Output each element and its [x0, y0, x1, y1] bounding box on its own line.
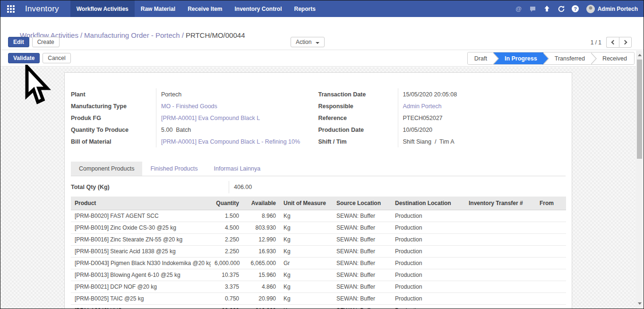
table-row[interactable]: [PRM-B0013] Blowing Agent 6-10 @25 kg 10…: [71, 269, 566, 281]
cell-inventory-transfer: [465, 246, 536, 258]
tab-informasi-lainnya[interactable]: Informasi Lainnya: [206, 162, 269, 176]
cell-source-location: SEWAN: Buffer: [333, 269, 391, 281]
help-icon[interactable]: ?: [568, 0, 583, 17]
table-row[interactable]: [PRM-B0020] FAST AGENT SCC 1.500 8.960 K…: [71, 210, 566, 222]
table-row[interactable]: [PRM-A0049] XUS 93.200 210.200 Kg SEWAN:…: [71, 305, 566, 309]
manufacturing-order-form: Plant Portech Manufacturing Type MO - Fi…: [64, 72, 572, 309]
cell-destination-location: Production: [391, 222, 465, 234]
status-step-transferred[interactable]: Transferred: [543, 52, 591, 64]
previous-page-button[interactable]: [606, 37, 619, 48]
cell-destination-location: Production: [391, 305, 465, 309]
field-value-production-date: 10/05/2020: [398, 124, 566, 136]
table-row[interactable]: [PRM-B0016] Zinc Stearate ZN-55 @20 kg 2…: [71, 234, 566, 246]
cell-from: [536, 293, 566, 305]
cell-destination-location: Production: [391, 281, 465, 293]
menu-raw-material[interactable]: Raw Material: [135, 0, 181, 17]
breadcrumb-current-record: PRTCH/MO/00044: [186, 31, 245, 39]
apps-grid-icon[interactable]: [0, 0, 21, 17]
menu-receive-item[interactable]: Receive Item: [181, 0, 228, 17]
cell-available: 6,065.000: [243, 258, 280, 269]
status-step-draft[interactable]: Draft: [468, 52, 493, 64]
field-value-manufacturing-type[interactable]: MO - Finished Goods: [156, 100, 308, 112]
up-arrow-icon[interactable]: [540, 0, 554, 17]
field-label-produk-fg: Produk FG: [71, 112, 156, 124]
tab-component-products[interactable]: Component Products: [71, 162, 142, 176]
cell-product: [PRM-D0043] Pigmen Black N330 Indokemika…: [71, 258, 211, 269]
next-page-button[interactable]: [619, 37, 632, 48]
breadcrumb-manufacturing-order[interactable]: Manufacturing Order - Portech: [84, 31, 180, 39]
cell-available: 15.960: [243, 269, 280, 281]
cell-inventory-transfer: [465, 293, 536, 305]
chat-icon[interactable]: [526, 0, 540, 17]
pager: 1 / 1: [591, 37, 632, 48]
total-qty-value: 406.00: [229, 181, 566, 193]
column-header-product[interactable]: Product: [71, 197, 211, 210]
table-row[interactable]: [PRM-B0021] DCP NOF @20 kg 3.375 4.860 K…: [71, 281, 566, 293]
column-header-inventory-transfer[interactable]: Inventory Transfer #: [465, 197, 536, 210]
avatar[interactable]: [586, 5, 595, 13]
column-header-unit-of-measure[interactable]: Unit of Measure: [280, 197, 333, 210]
field-label-manufacturing-type: Manufacturing Type: [71, 100, 156, 112]
cell-product: [PRM-B0025] TAIC @25 kg: [71, 293, 211, 305]
cell-inventory-transfer: [465, 222, 536, 234]
cell-destination-location: Production: [391, 246, 465, 258]
column-header-source-location[interactable]: Source Location: [333, 197, 391, 210]
edit-button[interactable]: Edit: [8, 37, 29, 47]
table-row[interactable]: [PRM-D0043] Pigmen Black N330 Indokemika…: [71, 258, 566, 269]
total-qty-row: Total Qty (Kg) 406.00: [71, 181, 566, 193]
field-value-responsible[interactable]: Admin Portech: [398, 100, 566, 112]
cell-unit-of-measure: Kg: [280, 210, 333, 222]
cell-inventory-transfer: [465, 258, 536, 269]
user-name[interactable]: Admin Portech: [598, 6, 638, 12]
column-header-from[interactable]: From: [536, 197, 566, 210]
cell-product: [PRM-B0019] Zinc Oxide CS-30 @25 kg: [71, 222, 211, 234]
refresh-icon[interactable]: [554, 0, 568, 17]
validate-button[interactable]: Validate: [8, 53, 40, 63]
caret-down-icon: [316, 42, 319, 44]
cell-from: [536, 210, 566, 222]
field-value-produk-fg[interactable]: [PRM-A0001] Eva Compound Black L: [156, 112, 308, 124]
scrollbar-thumb[interactable]: [637, 60, 642, 159]
table-header-row: Product Quantity Available Unit of Measu…: [71, 197, 566, 210]
column-header-quantity[interactable]: Quantity: [211, 197, 243, 210]
column-header-available[interactable]: Available: [243, 197, 280, 210]
table-row[interactable]: [PRM-B0019] Zinc Oxide CS-30 @25 kg 4.50…: [71, 222, 566, 234]
menu-workflow-activities[interactable]: Workflow Activities: [70, 0, 135, 17]
field-value-bill-of-material[interactable]: [PRM-A0001] Eva Compound Black L - Refin…: [156, 136, 308, 147]
vertical-scrollbar[interactable]: [636, 51, 643, 308]
table-row[interactable]: [PRM-B0025] TAIC @25 kg 0.750 20.990 Kg …: [71, 293, 566, 305]
form-fields: Plant Portech Manufacturing Type MO - Fi…: [65, 73, 572, 147]
table-row[interactable]: [PRM-B0015] Stearic Acid 1838 @25 kg 2.2…: [71, 246, 566, 258]
cell-available: 8.960: [243, 210, 280, 222]
cell-product: [PRM-B0013] Blowing Agent 6-10 @25 kg: [71, 269, 211, 281]
status-step-in-progress[interactable]: In Progress: [493, 52, 543, 64]
cell-product: [PRM-A0049] XUS: [71, 305, 211, 309]
breadcrumb-separator: /: [180, 31, 186, 39]
cell-unit-of-measure: Kg: [280, 269, 333, 281]
statusbar: Draft In Progress Transferred Received: [467, 52, 635, 65]
column-header-destination-location[interactable]: Destination Location: [391, 197, 465, 210]
cell-inventory-transfer: [465, 281, 536, 293]
scroll-down-icon[interactable]: [636, 300, 643, 307]
field-value-plant: Portech: [156, 88, 308, 100]
cell-quantity: 4.500: [211, 222, 243, 234]
inventory-app-window: Inventory Workflow Activities Raw Materi…: [0, 0, 644, 309]
tab-finished-products[interactable]: Finished Products: [142, 162, 206, 176]
menu-reports[interactable]: Reports: [288, 0, 322, 17]
cell-quantity: 2.250: [211, 246, 243, 258]
scroll-up-icon[interactable]: [636, 52, 643, 59]
next-icon: [622, 40, 627, 45]
create-button[interactable]: Create: [32, 37, 60, 47]
action-dropdown-button[interactable]: Action: [291, 37, 325, 47]
cell-unit-of-measure: Gr: [280, 258, 333, 269]
cell-unit-of-measure: Kg: [280, 222, 333, 234]
cell-unit-of-measure: Kg: [280, 305, 333, 309]
component-products-table: Product Quantity Available Unit of Measu…: [71, 197, 566, 309]
menu-inventory-control[interactable]: Inventory Control: [229, 0, 288, 17]
status-step-received[interactable]: Received: [591, 52, 634, 64]
app-title: Inventory: [21, 0, 70, 17]
mention-icon[interactable]: @: [512, 0, 526, 17]
cancel-button[interactable]: Cancel: [43, 53, 70, 63]
cell-available: 12.990: [243, 234, 280, 246]
cell-from: [536, 305, 566, 309]
